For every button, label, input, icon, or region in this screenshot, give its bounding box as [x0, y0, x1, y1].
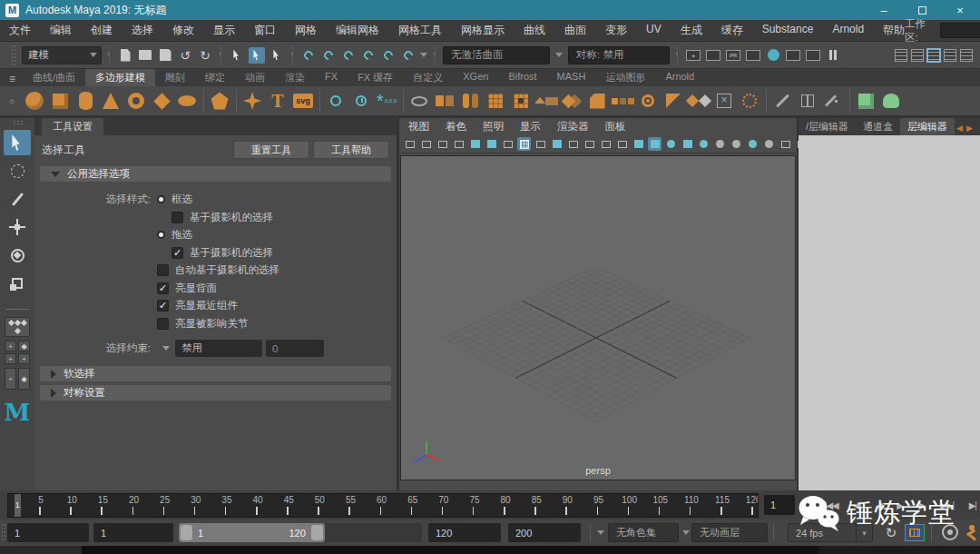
chevron-down-icon[interactable]: [555, 53, 563, 57]
extrude-icon[interactable]: [534, 87, 559, 114]
resolution-gate-icon[interactable]: [550, 137, 564, 151]
chevron-down-icon[interactable]: [682, 530, 690, 535]
sidebar-tab[interactable]: 通道盒: [856, 118, 900, 135]
camera-attributes-icon[interactable]: [436, 137, 449, 151]
grease-pencil-icon[interactable]: [501, 137, 514, 151]
snap-to-grid-icon[interactable]: [300, 47, 317, 64]
lock-camera-icon[interactable]: [419, 137, 433, 151]
select-camera-icon[interactable]: [403, 137, 416, 151]
constraint-count-field[interactable]: 0: [266, 340, 324, 357]
chevron-down-icon[interactable]: [162, 346, 170, 351]
menu-item[interactable]: 曲面: [564, 23, 586, 38]
chevron-down-icon[interactable]: [597, 530, 604, 535]
checkbox-checked[interactable]: ✓: [157, 300, 169, 312]
safe-title-icon[interactable]: [615, 137, 629, 151]
bevel-icon[interactable]: [584, 87, 610, 114]
layout-four-view-button[interactable]: [5, 317, 30, 337]
freeze-transform-icon[interactable]: *0,0,0: [374, 87, 399, 114]
paint-effects-icon[interactable]: [805, 47, 821, 64]
reset-tool-button[interactable]: 重置工具: [233, 141, 309, 159]
menu-item[interactable]: UV: [646, 23, 662, 38]
smooth-icon[interactable]: [559, 87, 584, 114]
2d-pan-zoom-icon[interactable]: [485, 137, 498, 151]
anti-alias-icon[interactable]: [746, 137, 760, 151]
shelf-options-icon[interactable]: ○: [9, 96, 15, 106]
chevron-down-icon[interactable]: [420, 53, 427, 57]
group-separator[interactable]: [675, 45, 680, 65]
shelf-tab[interactable]: 运动图形: [595, 69, 655, 86]
center-pivot-icon[interactable]: [323, 87, 348, 114]
menu-item[interactable]: Arnold: [832, 23, 864, 38]
select-by-object-icon[interactable]: [249, 47, 265, 64]
shelf-tab[interactable]: 动画: [235, 69, 275, 86]
bookmark-icon[interactable]: [452, 137, 466, 151]
mirror-icon[interactable]: [686, 87, 711, 114]
shelf-tab[interactable]: 渲染: [275, 69, 315, 86]
menu-item[interactable]: 选择: [132, 23, 153, 38]
menu-item[interactable]: 曲线: [524, 23, 545, 38]
viewport-canvas[interactable]: persp: [400, 155, 796, 480]
poly-cone-icon[interactable]: [98, 87, 123, 114]
tab-scroll-right-icon[interactable]: ▶: [965, 124, 975, 135]
poly-disc-icon[interactable]: [174, 87, 200, 114]
viewport-menu-item[interactable]: 照明: [483, 120, 504, 134]
menu-item[interactable]: 文件: [9, 23, 31, 38]
sidebar-tab[interactable]: 层编辑器: [900, 118, 955, 135]
menu-item[interactable]: Substance: [762, 23, 814, 38]
tab-scroll-left-icon[interactable]: ◀: [955, 124, 965, 135]
sweep-mesh-icon[interactable]: [407, 87, 432, 114]
tool-help-button[interactable]: 工具帮助: [313, 141, 389, 159]
remesh-icon[interactable]: [737, 87, 762, 114]
render-settings-icon[interactable]: [745, 47, 761, 64]
circularize-icon[interactable]: [635, 87, 661, 114]
menu-item[interactable]: 帮助: [883, 23, 905, 38]
viewport-menu-item[interactable]: 视图: [408, 120, 429, 134]
sidebar-tab[interactable]: /层编辑器: [799, 118, 856, 135]
shelf-tab[interactable]: 绑定: [195, 69, 235, 86]
live-surface-field[interactable]: 无激活曲面: [443, 46, 550, 64]
gate-mask-icon[interactable]: [566, 137, 580, 151]
hypershade-icon[interactable]: [765, 47, 781, 64]
project-curve-icon[interactable]: [661, 87, 686, 114]
shelf-menu-icon[interactable]: ≡: [9, 73, 15, 85]
tool-settings-toggle-icon[interactable]: [944, 49, 956, 62]
pause-viewport-icon[interactable]: [825, 47, 841, 64]
section-symmetry-settings[interactable]: 对称设置: [40, 385, 391, 401]
menu-item[interactable]: 修改: [172, 23, 194, 38]
checkbox-unchecked[interactable]: [172, 212, 183, 223]
insert-edge-loop-icon[interactable]: [795, 87, 820, 114]
save-scene-icon[interactable]: [157, 47, 173, 64]
range-handle-left[interactable]: [181, 525, 192, 540]
checkbox-unchecked[interactable]: [157, 264, 169, 276]
menu-item[interactable]: 编辑网格: [336, 23, 379, 38]
character-controls-toggle-icon[interactable]: [911, 49, 924, 62]
paint-select-tool[interactable]: [4, 186, 31, 212]
section-common-selection[interactable]: 公用选择选项: [40, 166, 391, 182]
checkbox-checked[interactable]: ✓: [172, 247, 183, 259]
layout-two-pane-buttons[interactable]: +◆: [5, 368, 30, 390]
checkbox-unchecked[interactable]: [157, 318, 169, 330]
light-editor-icon[interactable]: [785, 47, 801, 64]
render-current-frame-icon[interactable]: [705, 47, 721, 64]
make-live-icon[interactable]: [400, 47, 416, 64]
menuset-dropdown[interactable]: 建模: [22, 46, 102, 64]
motion-blur-icon[interactable]: [730, 137, 743, 151]
menu-item[interactable]: 显示: [213, 23, 235, 38]
range-slider-bar-inner[interactable]: 1 120: [179, 523, 325, 542]
use-all-lights-icon[interactable]: [681, 137, 694, 151]
checkbox-checked[interactable]: ✓: [157, 282, 169, 294]
ipr-render-icon[interactable]: IPR: [725, 47, 741, 64]
shelf-tab[interactable]: 雕刻: [155, 69, 195, 86]
range-handle-right[interactable]: [311, 525, 323, 540]
shelf-tab[interactable]: 自定义: [403, 69, 453, 86]
viewport-menu-item[interactable]: 面板: [605, 120, 626, 134]
viewport-menu-item[interactable]: 显示: [520, 120, 541, 134]
snap-to-curve-icon[interactable]: [320, 47, 337, 64]
snap-to-projected-center-icon[interactable]: [360, 47, 377, 64]
poly-torus-icon[interactable]: [123, 87, 149, 114]
group-separator[interactable]: [107, 45, 112, 65]
scale-tool[interactable]: [4, 271, 31, 296]
shelf-tab[interactable]: FX: [315, 69, 348, 86]
sculpt-tool-icon[interactable]: [878, 87, 904, 114]
fill-hole-icon[interactable]: [508, 87, 534, 114]
